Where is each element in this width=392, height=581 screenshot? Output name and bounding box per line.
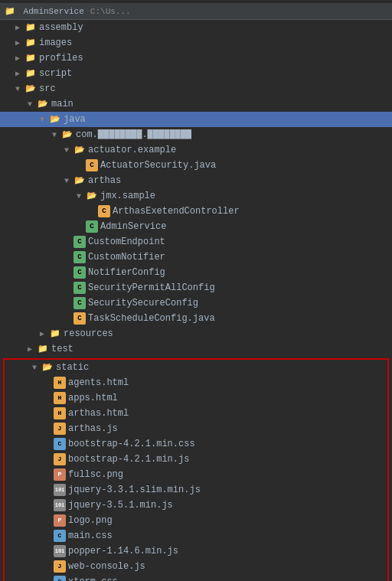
- js-icon: J: [54, 453, 66, 465]
- item-label: CustomNotifier: [88, 252, 165, 263]
- tree-item-resources[interactable]: ▶ 📁 resources: [0, 326, 392, 341]
- tree-item-webconsole-js[interactable]: J web-console.js: [5, 559, 387, 574]
- tree-item-script[interactable]: ▶ 📁 script: [0, 66, 392, 81]
- tree-item-actuator[interactable]: ▼ 📂 actuator.example: [0, 142, 392, 158]
- item-label: jquery-3.5.1.min.js: [68, 500, 173, 511]
- tree-item-com[interactable]: ▼ 📂 com.████████.████████: [0, 127, 392, 142]
- tree-item-agents-html[interactable]: H agents.html: [5, 375, 387, 390]
- item-label: arthas: [88, 175, 121, 186]
- tree-item-bootstrap-js[interactable]: J bootstrap-4.2.1.min.js: [5, 452, 387, 467]
- tree-item-main-css[interactable]: C main.css: [5, 528, 387, 543]
- folder-icon: 📂: [74, 175, 86, 187]
- arrow-src: ▼: [15, 85, 24, 93]
- arrow-resources: ▶: [40, 329, 49, 338]
- item-label: SecurityPermitAllConfig: [88, 282, 215, 293]
- header-bar: 📁 AdminService C:\Us...: [0, 3, 392, 20]
- item-label: images: [39, 38, 72, 48]
- tree-item-jmx[interactable]: ▼ 📂 jmx.sample: [0, 188, 392, 204]
- header-project: 📁 AdminService: [5, 6, 84, 16]
- item-label: web-console.js: [68, 561, 145, 572]
- tree-item-arthasexetend[interactable]: C ArthasExetendController: [0, 204, 392, 219]
- css-icon: C: [54, 438, 66, 450]
- tree-item-popper-js[interactable]: 101 popper-1.14.6.min.js: [5, 543, 387, 559]
- tree-item-src[interactable]: ▼ 📂 src: [0, 81, 392, 96]
- static-red-box: ▼ 📂 static H agents.html H apps.html: [3, 358, 389, 581]
- folder-icon: 📂: [49, 113, 61, 126]
- item-label: src: [39, 83, 56, 94]
- folder-icon: 📂: [86, 190, 98, 202]
- item-label: bootstrap-4.2.1.min.css: [68, 439, 195, 449]
- tree-item-apps-html[interactable]: H apps.html: [5, 390, 387, 406]
- java-icon: C: [74, 266, 86, 279]
- arrow-com: ▼: [52, 131, 61, 139]
- arrow-images: ▶: [15, 38, 24, 47]
- item-label: popper-1.14.6.min.js: [68, 546, 178, 557]
- tree-item-fullsc-png[interactable]: P fullsc.png: [5, 467, 387, 482]
- folder-icon: 📁: [37, 343, 49, 355]
- tree-item-java[interactable]: ▼ 📂 java: [0, 112, 392, 127]
- js-icon: J: [54, 560, 66, 573]
- item-label: actuator.example: [88, 145, 176, 155]
- png-icon: P: [54, 514, 66, 527]
- item-label: test: [51, 344, 74, 354]
- java-icon: C: [74, 251, 86, 263]
- item-label: jquery-3.3.1.slim.min.js: [68, 485, 201, 495]
- tree-item-customnotifier[interactable]: C CustomNotifier: [0, 250, 392, 265]
- tree-item-assembly[interactable]: ▶ 📁 assembly: [0, 20, 392, 35]
- folder-icon: 📂: [61, 129, 74, 141]
- tree-item-main[interactable]: ▼ 📂 main: [0, 96, 392, 112]
- tree-item-profiles[interactable]: ▶ 📁 profiles: [0, 51, 392, 66]
- item-label: NotifierConfig: [88, 267, 165, 278]
- tree-item-test[interactable]: ▶ 📁 test: [0, 341, 392, 357]
- item-label: TaskScheduleConfig.java: [88, 313, 215, 324]
- folder-icon: 📂: [24, 83, 37, 95]
- item-label: fullsc.png: [68, 469, 123, 480]
- tree-item-adminservice-class[interactable]: C AdminService: [0, 219, 392, 234]
- item-label: com.████████.████████: [76, 129, 191, 140]
- arrow-assembly: ▶: [15, 23, 24, 32]
- css-icon: C: [54, 576, 66, 581]
- tree-item-static[interactable]: ▼ 📂 static: [5, 360, 387, 375]
- tree-item-customendpoint[interactable]: C CustomEndpoint: [0, 234, 392, 250]
- arrow-arthas: ▼: [64, 177, 74, 185]
- folder-icon: 📁: [24, 21, 37, 34]
- html-icon: H: [54, 407, 66, 419]
- tree-item-images[interactable]: ▶ 📁 images: [0, 35, 392, 51]
- item-label: AdminService: [100, 221, 166, 232]
- png-icon: P: [54, 468, 66, 481]
- item-label: ArthasExetendController: [113, 206, 240, 217]
- tree-item-logo-png[interactable]: P logo.png: [5, 513, 387, 528]
- arrow-static: ▼: [32, 364, 41, 372]
- item-label: agents.html: [68, 377, 129, 388]
- tree-item-jquery-330[interactable]: 101 jquery-3.3.1.slim.min.js: [5, 482, 387, 498]
- item-label: script: [39, 68, 72, 79]
- header-path: C:\Us...: [90, 7, 131, 16]
- item-label: arthas.html: [68, 408, 129, 419]
- arrow-profiles: ▶: [15, 54, 24, 63]
- java-icon: C: [98, 205, 110, 217]
- item-label: assembly: [39, 22, 83, 33]
- tree-item-taskschedule[interactable]: C TaskScheduleConfig.java: [0, 311, 392, 326]
- tree-item-bootstrap-css[interactable]: C bootstrap-4.2.1.min.css: [5, 436, 387, 452]
- tree-item-xterm-css[interactable]: C xterm.css: [5, 574, 387, 581]
- item-label: static: [56, 362, 89, 373]
- css-icon: C: [54, 530, 66, 542]
- arrow-java: ▼: [40, 116, 49, 124]
- tree-item-arthas-html[interactable]: H arthas.html: [5, 406, 387, 421]
- item-label: resources: [64, 328, 113, 339]
- tree-item-securitypermit[interactable]: C SecurityPermitAllConfig: [0, 280, 392, 295]
- tree-item-jquery-351[interactable]: 101 jquery-3.5.1.min.js: [5, 498, 387, 513]
- folder-icon: 📂: [41, 361, 54, 374]
- arrow-jmx: ▼: [77, 192, 86, 201]
- folder-icon: 📂: [74, 144, 86, 156]
- tree-item-notifierconfig[interactable]: C NotifierConfig: [0, 265, 392, 280]
- java-icon: C: [86, 220, 98, 233]
- tree-item-securitysecure[interactable]: C SecuritySecureConfig: [0, 295, 392, 311]
- tree-item-arthas-folder[interactable]: ▼ 📂 arthas: [0, 173, 392, 188]
- folder-icon: 📁: [49, 328, 61, 340]
- folder-icon: 📁: [24, 67, 37, 80]
- arrow-actuator: ▼: [64, 146, 74, 155]
- item-label: ActuatorSecurity.java: [100, 160, 216, 171]
- tree-item-arthas-js[interactable]: J arthas.js: [5, 421, 387, 436]
- tree-item-actuatorsecurity[interactable]: C ActuatorSecurity.java: [0, 158, 392, 173]
